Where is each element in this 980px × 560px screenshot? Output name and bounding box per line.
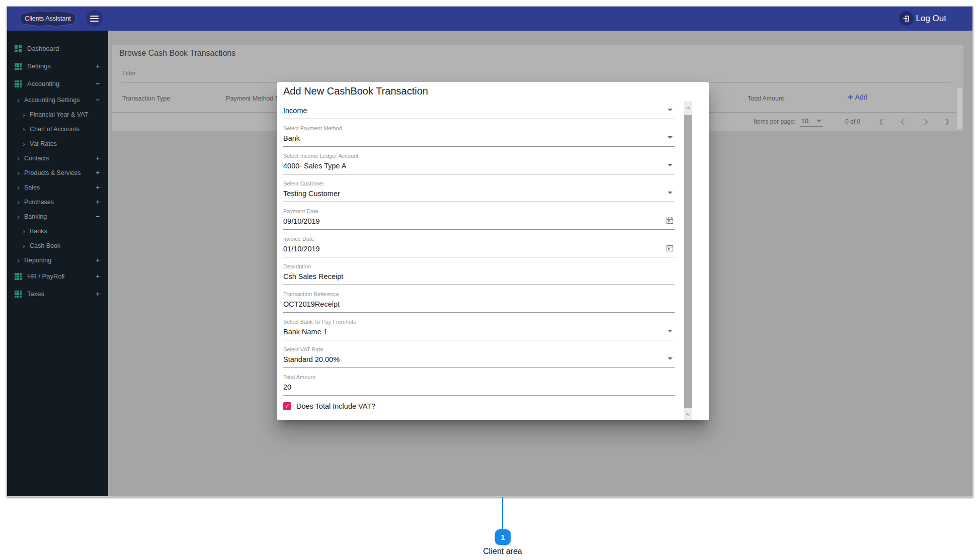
first-page-button[interactable] [880,119,885,125]
expand-toggle-icon[interactable]: + [96,290,100,298]
expand-toggle-icon[interactable]: + [96,154,100,162]
sidebar-item[interactable]: › Financial Year & VAT [7,107,108,122]
field-input[interactable]: Income [283,104,675,119]
expand-toggle-icon[interactable]: + [96,169,100,176]
field-input[interactable]: 20 [283,381,675,396]
sidebar-item[interactable]: › Banking − [7,209,108,224]
logo-text: Clients Assistant [17,9,78,28]
sidebar-item-label: Dashboard [27,45,59,52]
sidebar-item[interactable]: › Banks [7,224,108,238]
sidebar-item[interactable]: › Vat Rates [7,136,108,151]
calendar-icon[interactable] [666,217,674,224]
modal-scrollbar[interactable] [684,101,692,420]
app-window: Clients Assistant Log Out [7,6,973,497]
chevron-right-icon: › [17,155,20,161]
sidebar-item[interactable]: › Products & Services + [7,165,108,180]
save-button[interactable]: Save [290,420,307,420]
sidebar-item[interactable]: › Reporting + [7,253,108,267]
sidebar-item-label: Sales [24,184,40,191]
expand-toggle-icon[interactable]: + [96,256,100,264]
sidebar-item-label: Reporting [24,257,51,264]
expand-toggle-icon[interactable]: + [96,183,100,191]
sidebar-item[interactable]: › Taxes + [7,285,108,303]
field-value: Standard 20.00% [283,355,340,363]
form-field: Invoice Date 01/10/2019 [283,236,675,257]
field-input[interactable]: Bank [283,132,675,147]
dropdown-caret-icon[interactable] [668,164,673,166]
field-value: 4000- Sales Type A [283,162,347,170]
cancel-button[interactable]: Cancel [324,420,348,420]
calendar-icon[interactable] [666,244,674,252]
sidebar-item-label: Accounting Settings [24,97,80,104]
field-input[interactable]: Csh Sales Receipt [283,270,675,285]
sidebar-item[interactable]: › Settings + [7,57,108,75]
chevron-right-icon: › [23,126,25,132]
dropdown-caret-icon[interactable] [668,330,673,332]
sidebar-item[interactable]: › Cash Book [7,238,108,253]
sidebar-item[interactable]: › Dashboard [7,40,108,57]
menu-button[interactable] [86,10,103,27]
scrollbar-thumb[interactable] [684,115,692,408]
expand-toggle-icon[interactable]: − [96,80,100,87]
form-field: Total Amount 20 [283,374,675,396]
scroll-down-arrow[interactable] [684,408,692,420]
sidebar-item[interactable]: › Chart of Accounts [7,122,108,136]
vat-checkbox[interactable]: ✓ [283,402,291,410]
grid-module-icon [15,80,22,87]
expand-toggle-icon[interactable]: + [96,198,100,206]
field-label: Description [283,263,675,270]
dropdown-caret-icon[interactable] [668,192,673,194]
sidebar-item[interactable]: › Accounting Settings − [7,92,108,107]
sidebar-item[interactable]: › HR / PayRoll + [7,267,108,285]
dropdown-caret-icon[interactable] [668,109,673,111]
app-logo[interactable]: Clients Assistant [17,9,78,28]
sidebar-item-label: HR / PayRoll [27,272,64,280]
expand-toggle-icon[interactable]: + [96,62,100,70]
sidebar-item-label: Vat Rates [30,140,57,147]
grid-module-icon [15,291,22,298]
sidebar-item[interactable]: › Contacts + [7,151,108,165]
chevron-right-icon: › [17,97,20,103]
page: Clients Assistant Log Out [0,0,980,560]
previous-page-button[interactable] [902,120,906,124]
field-input[interactable]: 09/10/2019 [283,215,675,230]
sidebar-item[interactable]: › Accounting − [7,75,108,92]
field-value: 09/10/2019 [283,217,320,225]
dropdown-caret-icon[interactable] [668,136,673,139]
last-page-button[interactable] [944,119,948,125]
field-input[interactable]: Standard 20.00% [283,353,675,368]
annotation-pointer-line [502,497,503,529]
expand-toggle-icon[interactable]: + [96,272,100,280]
next-page-button[interactable] [923,120,927,124]
field-input[interactable]: OCT2019Receipt [283,298,675,313]
logout-button[interactable]: Log Out [899,11,947,26]
field-label [283,98,675,104]
scroll-up-arrow[interactable] [684,101,692,115]
field-input[interactable]: Bank Name 1 [283,325,675,340]
add-button-label: Add [855,93,868,101]
field-input[interactable]: 01/10/2019 [283,242,675,257]
dropdown-caret-icon[interactable] [668,357,673,360]
chevron-right-icon: › [17,199,20,205]
sidebar-item[interactable]: › Purchases + [7,195,108,209]
page-size-select[interactable]: 10 [800,117,823,127]
field-input[interactable]: 4000- Sales Type A [283,159,675,174]
field-label: Select Income Ledger Account [283,153,675,159]
chevron-right-icon: › [23,243,25,249]
field-label: Payment Date [283,208,675,215]
form-field: Transaction Reference OCT2019Receipt [283,291,675,313]
field-label: Select Bank To Pay From/Into [283,319,675,325]
field-value: Testing Customer [283,190,340,198]
page-size-value: 10 [801,117,808,125]
sidebar-item[interactable]: › Sales + [7,180,108,195]
add-transaction-button[interactable]: + Add [848,93,867,101]
form-field: Select Customer Testing Customer [283,180,675,202]
field-input[interactable]: Testing Customer [283,187,675,202]
sidebar-nav: › Dashboard [7,31,108,496]
expand-toggle-icon[interactable]: − [96,96,100,104]
field-value: Income [283,107,307,115]
form-field: Payment Date 09/10/2019 [283,208,675,230]
card-scrollbar[interactable] [957,88,962,129]
expand-toggle-icon[interactable]: − [96,213,100,220]
plus-icon: + [848,94,853,101]
